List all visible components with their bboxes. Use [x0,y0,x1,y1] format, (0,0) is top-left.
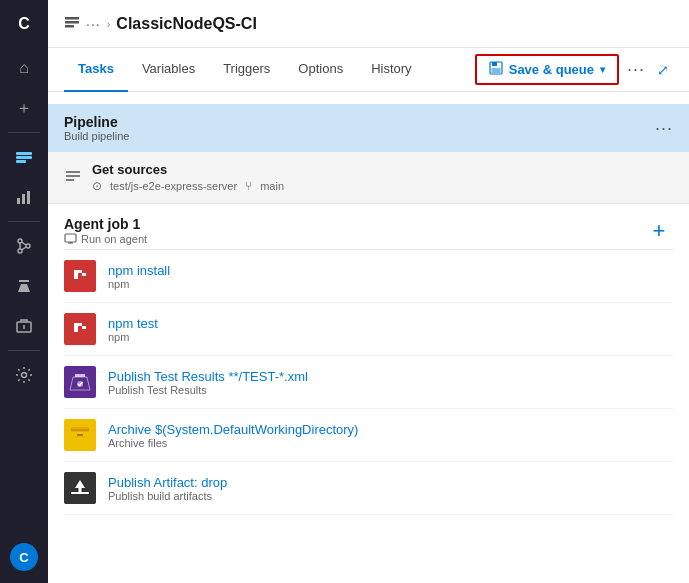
sidebar-divider-3 [8,350,40,351]
publish-test-content: Publish Test Results **/TEST-*.xml Publi… [108,369,308,396]
sidebar-divider [8,132,40,133]
npm-test-content: npm test npm [108,316,158,343]
svg-rect-27 [71,267,89,285]
get-sources-branch: main [260,180,284,192]
npm-test-title: npm test [108,316,158,331]
svg-rect-44 [79,488,82,492]
get-sources-title: Get sources [92,162,284,177]
sidebar-item-add[interactable]: ＋ [0,88,48,128]
logo-icon: C [18,15,30,33]
get-sources-row[interactable]: Get sources ⊙ test/js-e2e-express-server… [48,152,689,204]
tab-bar: Tasks Variables Triggers Options History… [48,48,689,92]
svg-rect-42 [71,492,89,494]
github-icon: ⊙ [92,179,102,193]
pipeline-section-header[interactable]: Pipeline Build pipeline ··· [48,104,689,152]
analytics-icon [15,188,33,206]
svg-rect-39 [71,432,89,443]
svg-rect-3 [17,198,20,204]
main-content: ··· › ClassicNodeQS-CI Tasks Variables T… [48,0,689,583]
add-task-button[interactable]: + [645,217,673,245]
pipeline-icon [15,148,33,166]
publish-test-subtitle: Publish Test Results [108,384,308,396]
tab-triggers[interactable]: Triggers [209,48,284,92]
svg-rect-32 [71,320,89,338]
svg-rect-40 [77,434,83,436]
publish-artifact-content: Publish Artifact: drop Publish build art… [108,475,227,502]
publish-artifact-subtitle: Publish build artifacts [108,490,227,502]
get-sources-icon [64,167,82,189]
pipeline-header-info: Pipeline Build pipeline [64,114,129,142]
svg-rect-31 [82,273,86,276]
tabbar-more-button[interactable]: ··· [619,59,653,80]
task-item-npm-install[interactable]: npm install npm [64,250,673,303]
svg-point-14 [22,373,27,378]
home-icon: ⌂ [19,59,29,77]
tab-options[interactable]: Options [284,48,357,92]
publish-artifact-icon [64,472,96,504]
tab-history[interactable]: History [357,48,425,92]
tab-tasks[interactable]: Tasks [64,48,128,92]
sidebar-logo[interactable]: C [0,0,48,48]
task-item-publish-artifact[interactable]: Publish Artifact: drop Publish build art… [64,462,673,515]
svg-rect-16 [65,21,79,24]
svg-rect-36 [82,326,86,329]
save-queue-chevron-icon: ▾ [600,64,605,75]
task-item-npm-test[interactable]: npm test npm [64,303,673,356]
branch-icon: ⑂ [245,179,252,193]
agent-job-row: Agent job 1 Run on agent + [64,216,673,249]
save-queue-button[interactable]: Save & queue ▾ [475,54,619,85]
svg-marker-43 [75,480,85,488]
npm-install-subtitle: npm [108,278,170,290]
sidebar-item-repo[interactable] [0,226,48,266]
save-queue-label: Save & queue [509,62,594,77]
task-item-publish-test[interactable]: Publish Test Results **/TEST-*.xml Publi… [64,356,673,409]
tab-variables[interactable]: Variables [128,48,209,92]
avatar-initial: C [19,550,28,565]
user-avatar[interactable]: C [10,543,38,571]
task-item-archive[interactable]: Archive $(System.DefaultWorkingDirectory… [64,409,673,462]
svg-rect-20 [491,68,500,73]
task-list: npm install npm npm test [64,249,673,515]
artifacts-icon [15,317,33,335]
page-header: ··· › ClassicNodeQS-CI [48,0,689,48]
sidebar-item-settings[interactable] [0,355,48,395]
pipeline-subtitle: Build pipeline [64,130,129,142]
agent-job-info: Agent job 1 Run on agent [64,216,147,245]
svg-rect-24 [65,234,76,242]
publish-test-title: Publish Test Results **/TEST-*.xml [108,369,308,384]
get-sources-content: Get sources ⊙ test/js-e2e-express-server… [92,162,284,193]
repo-icon [15,237,33,255]
external-link-icon[interactable]: ⤢ [653,62,673,78]
archive-content: Archive $(System.DefaultWorkingDirectory… [108,422,358,449]
save-icon [489,61,503,78]
get-sources-meta: ⊙ test/js-e2e-express-server ⑂ main [92,179,284,193]
sidebar-item-analytics[interactable] [0,177,48,217]
svg-rect-5 [27,191,30,204]
svg-rect-2 [16,160,26,163]
pipeline-more-button[interactable]: ··· [655,118,673,139]
publish-test-icon [64,366,96,398]
svg-line-11 [22,247,27,250]
sidebar-item-home[interactable]: ⌂ [0,48,48,88]
agent-job-subtitle: Run on agent [64,232,147,245]
add-task-icon: + [653,218,666,244]
plus-icon: ＋ [16,98,32,119]
npm-install-content: npm install npm [108,263,170,290]
npm-test-icon [64,313,96,345]
svg-rect-0 [16,152,32,155]
sidebar-item-artifacts[interactable] [0,306,48,346]
page-title: ClassicNodeQS-CI [116,15,256,33]
svg-rect-15 [65,17,79,20]
sidebar-item-testplans[interactable] [0,266,48,306]
agent-job-title: Agent job 1 [64,216,147,232]
agent-job-subtitle-text: Run on agent [81,233,147,245]
sidebar-item-pipelines[interactable] [0,137,48,177]
archive-icon [64,419,96,451]
svg-rect-17 [65,25,74,28]
header-dots[interactable]: ··· [86,16,101,32]
run-on-agent-icon [64,232,77,245]
pipeline-title: Pipeline [64,114,129,130]
testplans-icon [15,277,33,295]
sidebar-divider-2 [8,221,40,222]
sidebar: C ⌂ ＋ [0,0,48,583]
